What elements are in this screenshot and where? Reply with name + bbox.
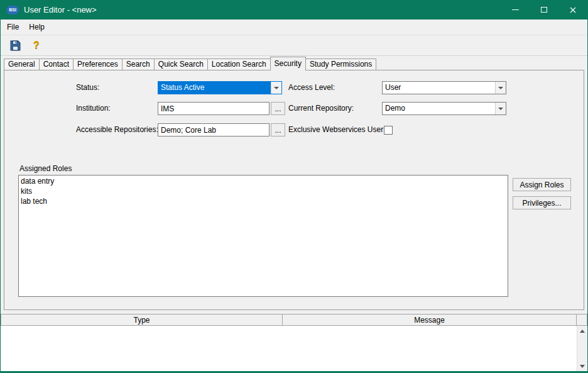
- arrow-up-icon: [580, 330, 585, 333]
- scroll-down-button[interactable]: [577, 361, 588, 371]
- institution-field[interactable]: [158, 102, 270, 115]
- arrow-down-icon: [580, 365, 585, 368]
- scroll-up-button[interactable]: [577, 326, 588, 336]
- tab-security[interactable]: Security: [270, 57, 306, 70]
- current-repository-select[interactable]: Demo: [382, 102, 506, 115]
- current-repository-value: Demo: [383, 103, 495, 114]
- close-button[interactable]: [558, 0, 587, 19]
- accessible-repositories-label: Accessible Repositories:: [76, 123, 158, 136]
- access-level-value: User: [383, 82, 495, 94]
- security-tab-panel: Status: Status Active Access Level: User…: [4, 70, 584, 310]
- help-button[interactable]: ?: [28, 37, 45, 53]
- tab-quick-search[interactable]: Quick Search: [154, 58, 208, 70]
- status-select[interactable]: Status Active: [158, 81, 282, 94]
- window-titlebar: BSI User Editor - <new>: [1, 0, 587, 19]
- tab-search[interactable]: Search: [122, 58, 155, 70]
- maximize-button[interactable]: [530, 0, 558, 19]
- access-level-select[interactable]: User: [382, 81, 506, 94]
- tab-contact[interactable]: Contact: [39, 58, 74, 70]
- minimize-icon: [512, 9, 519, 10]
- tab-location-search[interactable]: Location Search: [207, 58, 271, 70]
- window-title: User Editor - <new>: [24, 5, 97, 14]
- close-icon: [570, 7, 576, 13]
- messages-header: Type Message: [1, 314, 587, 326]
- exclusive-webservices-label: Exclusive Webservices User:: [288, 123, 386, 136]
- list-item[interactable]: lab tech: [19, 196, 508, 206]
- tab-study-permissions[interactable]: Study Permissions: [305, 58, 376, 70]
- list-item[interactable]: kits: [19, 186, 508, 196]
- messages-body-row: [1, 326, 587, 371]
- accessible-repositories-field[interactable]: [158, 123, 270, 136]
- menu-bar: File Help: [1, 19, 587, 35]
- app-icon: BSI: [6, 6, 19, 14]
- user-editor-window: BSI User Editor - <new> File Help ?: [0, 0, 588, 373]
- chevron-down-icon[interactable]: [495, 103, 506, 114]
- messages-column-type[interactable]: Type: [1, 314, 283, 326]
- institution-label: Institution:: [76, 102, 111, 115]
- toolbar: ?: [1, 35, 587, 56]
- save-button[interactable]: [7, 37, 23, 53]
- tab-general[interactable]: General: [4, 58, 40, 70]
- current-repository-label: Current Repository:: [288, 102, 354, 115]
- messages-column-message[interactable]: Message: [283, 314, 577, 326]
- messages-header-corner: [577, 314, 587, 326]
- exclusive-webservices-checkbox[interactable]: [384, 126, 393, 135]
- menu-help[interactable]: Help: [24, 21, 50, 33]
- list-item[interactable]: data entry: [19, 176, 508, 186]
- messages-body: [1, 326, 577, 371]
- save-icon: [10, 40, 21, 51]
- minimize-button[interactable]: [501, 0, 530, 19]
- menu-file[interactable]: File: [2, 21, 24, 33]
- assign-roles-button[interactable]: Assign Roles: [513, 178, 571, 191]
- access-level-label: Access Level:: [288, 81, 335, 94]
- window-controls: [501, 0, 587, 19]
- privileges-button[interactable]: Privileges...: [513, 196, 571, 209]
- tab-preferences[interactable]: Preferences: [73, 58, 122, 70]
- accessible-repositories-browse-button[interactable]: ...: [271, 123, 285, 136]
- help-icon: ?: [33, 40, 40, 51]
- chevron-down-icon[interactable]: [495, 82, 506, 94]
- maximize-icon: [541, 7, 547, 13]
- vertical-scrollbar[interactable]: [577, 326, 587, 371]
- chevron-down-icon[interactable]: [271, 82, 281, 94]
- status-label: Status:: [76, 81, 99, 94]
- assigned-roles-list[interactable]: data entry kits lab tech: [18, 175, 508, 297]
- assigned-roles-label: Assigned Roles: [19, 162, 72, 175]
- tab-strip: General Contact Preferences Search Quick…: [1, 56, 587, 70]
- institution-browse-button[interactable]: ...: [271, 102, 285, 115]
- status-value: Status Active: [158, 82, 271, 94]
